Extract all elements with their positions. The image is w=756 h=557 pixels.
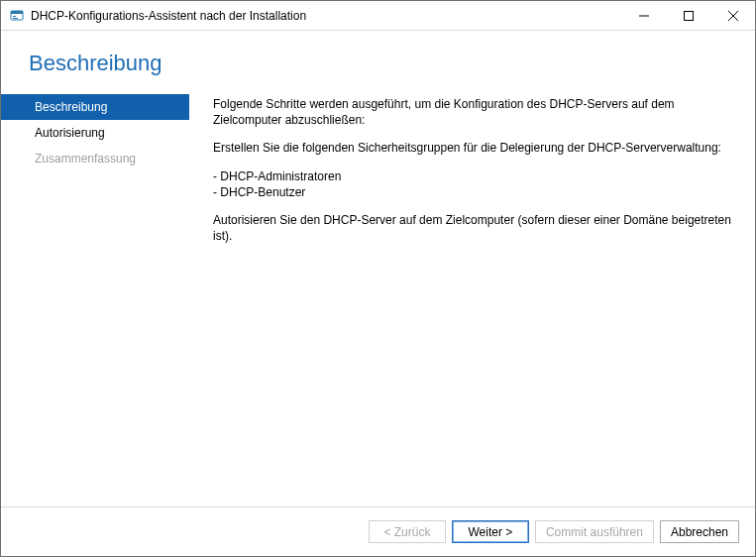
sidebar-item-label: Autorisierung	[35, 126, 105, 140]
svg-rect-2	[13, 16, 16, 17]
svg-rect-3	[13, 18, 18, 19]
next-button[interactable]: Weiter >	[452, 520, 529, 543]
security-groups-list: - DHCP-Administratoren - DHCP-Benutzer	[213, 168, 735, 200]
wizard-main: Folgende Schritte werden ausgeführt, um …	[189, 94, 755, 506]
svg-rect-5	[684, 11, 693, 20]
window-controls	[621, 1, 755, 30]
list-item: - DHCP-Administratoren	[213, 168, 735, 184]
close-button[interactable]	[710, 1, 755, 30]
groups-intro-text: Erstellen Sie die folgenden Sicherheitsg…	[213, 140, 735, 156]
app-icon	[9, 8, 25, 24]
wizard-sidebar: Beschreibung Autorisierung Zusammenfassu…	[1, 94, 189, 506]
window-title: DHCP-Konfigurations-Assistent nach der I…	[31, 9, 621, 23]
maximize-button[interactable]	[666, 1, 710, 30]
commit-button: Commit ausführen	[535, 520, 654, 543]
cancel-button[interactable]: Abbrechen	[660, 520, 739, 543]
sidebar-item-description[interactable]: Beschreibung	[1, 94, 189, 120]
minimize-button[interactable]	[621, 1, 666, 30]
page-title: Beschreibung	[1, 31, 755, 94]
intro-text: Folgende Schritte werden ausgeführt, um …	[213, 96, 735, 128]
sidebar-item-label: Beschreibung	[35, 100, 107, 114]
wizard-footer: < Zurück Weiter > Commit ausführen Abbre…	[1, 506, 755, 556]
authorize-text: Autorisieren Sie den DHCP-Server auf dem…	[213, 212, 735, 244]
back-button: < Zurück	[369, 520, 446, 543]
svg-rect-1	[11, 11, 23, 14]
titlebar: DHCP-Konfigurations-Assistent nach der I…	[1, 1, 755, 31]
sidebar-item-authorization[interactable]: Autorisierung	[1, 120, 189, 146]
wizard-body: Beschreibung Beschreibung Autorisierung …	[1, 31, 755, 556]
wizard-window: DHCP-Konfigurations-Assistent nach der I…	[0, 0, 756, 557]
sidebar-item-label: Zusammenfassung	[35, 152, 136, 166]
content-row: Beschreibung Autorisierung Zusammenfassu…	[1, 94, 755, 506]
list-item: - DHCP-Benutzer	[213, 184, 735, 200]
sidebar-item-summary: Zusammenfassung	[1, 146, 189, 171]
